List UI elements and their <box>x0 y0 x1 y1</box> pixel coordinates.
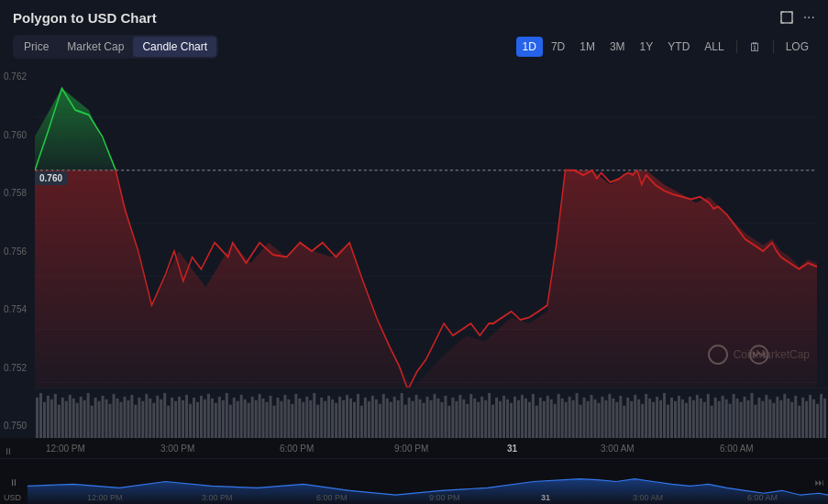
svg-rect-96 <box>346 395 348 438</box>
svg-rect-59 <box>211 399 214 438</box>
svg-rect-182 <box>659 400 662 438</box>
svg-rect-208 <box>754 405 756 438</box>
mini-chart[interactable]: USD ⏭ 12:00 PM 3:00 PM 6:00 PM 9:00 PM 3… <box>0 458 828 504</box>
mini-play-icon[interactable]: ⏸ <box>9 477 18 487</box>
svg-rect-152 <box>550 400 553 438</box>
svg-rect-92 <box>331 400 334 438</box>
svg-rect-134 <box>484 400 487 438</box>
svg-rect-174 <box>630 401 633 438</box>
usd-currency-label: USD <box>4 493 21 502</box>
svg-rect-104 <box>375 400 378 438</box>
log-button[interactable]: LOG <box>779 37 815 57</box>
svg-rect-215 <box>779 400 782 438</box>
svg-rect-203 <box>736 399 739 438</box>
timeframe-all[interactable]: ALL <box>698 37 730 57</box>
timeframe-ytd[interactable]: YTD <box>661 37 696 57</box>
svg-rect-213 <box>772 403 775 438</box>
svg-rect-126 <box>455 401 458 438</box>
main-chart-area[interactable]: 0.762 0.760 0.758 0.756 0.754 0.752 0.75… <box>0 64 828 438</box>
svg-rect-64 <box>229 405 232 438</box>
svg-rect-47 <box>167 406 170 438</box>
svg-rect-149 <box>539 398 542 438</box>
timeframe-7d[interactable]: 7D <box>545 37 571 57</box>
svg-rect-133 <box>480 397 483 438</box>
svg-rect-127 <box>458 395 461 438</box>
svg-rect-189 <box>685 403 688 438</box>
svg-rect-190 <box>689 397 691 438</box>
svg-rect-138 <box>499 401 502 438</box>
svg-rect-73 <box>262 399 265 438</box>
time-label-900pm: 9:00 PM <box>394 444 428 454</box>
svg-rect-193 <box>700 399 702 438</box>
play-pause-icon[interactable]: ⏸ <box>4 446 13 456</box>
tab-market-cap[interactable]: Market Cap <box>58 37 133 57</box>
svg-rect-66 <box>237 401 239 438</box>
svg-rect-163 <box>591 395 593 438</box>
svg-rect-72 <box>259 394 261 438</box>
svg-rect-117 <box>423 403 425 438</box>
svg-rect-107 <box>386 399 389 438</box>
svg-rect-88 <box>316 405 319 438</box>
svg-rect-160 <box>580 405 582 438</box>
timeframe-1d[interactable]: 1D <box>516 37 543 57</box>
svg-rect-207 <box>750 393 753 438</box>
svg-rect-11 <box>36 398 39 438</box>
svg-rect-33 <box>116 399 118 438</box>
svg-rect-197 <box>714 398 717 438</box>
more-options-button[interactable]: ··· <box>803 9 815 26</box>
svg-rect-109 <box>393 397 396 438</box>
svg-rect-68 <box>244 400 247 438</box>
svg-rect-21 <box>72 399 75 438</box>
timeframe-1m[interactable]: 1M <box>573 37 602 57</box>
svg-rect-162 <box>587 401 590 438</box>
timeframe-3m[interactable]: 3M <box>603 37 632 57</box>
svg-rect-65 <box>233 398 236 438</box>
svg-rect-46 <box>163 393 166 438</box>
svg-rect-211 <box>765 395 767 438</box>
svg-rect-105 <box>379 404 381 438</box>
mini-chart-svg <box>28 459 828 504</box>
svg-rect-18 <box>61 398 64 438</box>
tab-candle-chart[interactable]: Candle Chart <box>133 37 216 57</box>
svg-rect-217 <box>787 399 789 438</box>
tab-price[interactable]: Price <box>15 37 58 57</box>
main-container: Polygon to USD Chart ··· Price Market Ca… <box>0 0 828 504</box>
svg-rect-95 <box>342 400 345 438</box>
volume-area <box>35 388 828 438</box>
calendar-button[interactable]: 🗓 <box>743 37 767 58</box>
svg-rect-176 <box>637 400 640 438</box>
svg-rect-24 <box>83 400 86 438</box>
svg-marker-9 <box>35 88 116 170</box>
timeframe-1y[interactable]: 1Y <box>634 37 660 57</box>
svg-rect-206 <box>747 400 750 438</box>
svg-rect-146 <box>528 402 531 438</box>
svg-rect-204 <box>740 402 743 438</box>
svg-rect-52 <box>185 395 188 438</box>
svg-rect-180 <box>652 402 655 438</box>
svg-rect-40 <box>141 401 144 438</box>
svg-rect-67 <box>240 395 243 438</box>
svg-rect-132 <box>477 402 480 438</box>
svg-rect-142 <box>513 397 516 438</box>
timeframe-controls: 1D 7D 1M 3M 1Y YTD ALL 🗓 LOG <box>516 37 815 58</box>
svg-rect-192 <box>696 395 699 438</box>
svg-rect-179 <box>648 399 651 438</box>
price-chart-svg <box>35 64 817 438</box>
svg-rect-61 <box>218 397 221 438</box>
svg-rect-113 <box>408 398 411 438</box>
svg-rect-118 <box>426 397 429 438</box>
svg-rect-14 <box>47 396 50 438</box>
svg-rect-51 <box>182 400 184 438</box>
svg-rect-19 <box>65 401 68 438</box>
chart-header: Polygon to USD Chart ··· <box>0 0 828 31</box>
mini-label-1200pm: 12:00 PM <box>87 493 123 502</box>
current-price-label: 0.760 <box>35 171 67 185</box>
svg-rect-188 <box>681 400 684 438</box>
calendar-icon: 🗓 <box>749 40 761 54</box>
svg-rect-194 <box>703 402 706 438</box>
svg-rect-139 <box>502 396 505 438</box>
expand-button[interactable] <box>779 10 794 25</box>
svg-rect-145 <box>524 399 527 438</box>
svg-rect-87 <box>313 393 315 438</box>
svg-rect-220 <box>798 406 800 438</box>
